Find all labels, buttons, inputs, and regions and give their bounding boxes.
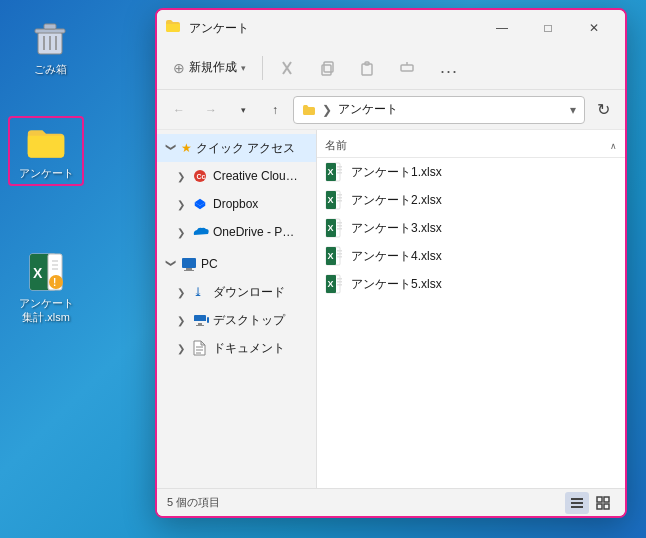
svg-rect-32: [198, 323, 202, 325]
paste-button[interactable]: [351, 52, 383, 84]
svg-rect-48: [337, 194, 342, 196]
svg-rect-21: [401, 65, 413, 71]
svg-rect-35: [207, 317, 209, 323]
dropbox-label: Dropbox: [213, 197, 258, 211]
downloads-icon: ⤓: [193, 284, 209, 300]
recycle-bin-icon[interactable]: ごみ箱: [14, 14, 86, 80]
onedrive-label: OneDrive - Person: [213, 225, 298, 239]
cut-button[interactable]: [271, 52, 303, 84]
sidebar-item-dropbox[interactable]: ❯ Dropbox: [157, 190, 316, 218]
svg-text:X: X: [328, 195, 334, 205]
excel-icon-4: X: [325, 246, 345, 266]
desktop-label-sidebar: デスクトップ: [213, 312, 285, 329]
list-view-button[interactable]: [565, 492, 589, 514]
svg-rect-29: [186, 268, 192, 270]
svg-rect-68: [337, 284, 342, 286]
desktop: ごみ箱 アンケート X !: [0, 0, 646, 538]
view-buttons: [565, 492, 615, 514]
back-button[interactable]: ←: [165, 96, 193, 124]
excel-icon-1: X: [325, 162, 345, 182]
recycle-bin-image: [30, 18, 70, 58]
svg-rect-34: [194, 321, 206, 323]
svg-rect-42: [337, 166, 342, 168]
name-column-header[interactable]: 名前: [325, 138, 610, 153]
address-input[interactable]: ❯ アンケート ▾: [293, 96, 585, 124]
svg-rect-56: [337, 228, 342, 230]
excel-icon-5: X: [325, 274, 345, 294]
sidebar-item-creative-cloud[interactable]: ❯ Cc Creative Cloud File: [157, 162, 316, 190]
db-arrow: ❯: [177, 199, 189, 210]
file-name-2: アンケート2.xlsx: [351, 192, 442, 209]
maximize-button[interactable]: □: [525, 12, 571, 44]
downloads-label: ダウンロード: [213, 284, 285, 301]
column-header: 名前 ∧: [317, 134, 625, 158]
file-item-5[interactable]: X アンケート5.xlsx: [317, 270, 625, 298]
recycle-bin-label: ごみ箱: [34, 62, 67, 76]
doc-arrow: ❯: [177, 343, 189, 354]
minimize-button[interactable]: —: [479, 12, 525, 44]
sort-arrow-icon: ∧: [610, 141, 617, 151]
svg-rect-71: [571, 506, 583, 508]
anketo-folder-icon[interactable]: アンケート: [10, 118, 82, 184]
refresh-button[interactable]: ↻: [589, 96, 617, 124]
svg-rect-28: [182, 258, 196, 268]
svg-rect-43: [337, 169, 342, 171]
svg-rect-72: [597, 497, 602, 502]
sidebar-item-quick-access[interactable]: ❯ ★ クイック アクセス: [157, 134, 316, 162]
anketo-excel-label: アンケート集計.xlsm: [14, 296, 78, 325]
file-item-4[interactable]: X アンケート4.xlsx: [317, 242, 625, 270]
window-folder-icon: [165, 19, 181, 37]
file-item-2[interactable]: X アンケート2.xlsx: [317, 186, 625, 214]
svg-rect-54: [337, 222, 342, 224]
status-count: 5 個の項目: [167, 495, 565, 510]
file-item-3[interactable]: X アンケート3.xlsx: [317, 214, 625, 242]
address-separator: ❯: [322, 103, 332, 117]
forward-button[interactable]: →: [197, 96, 225, 124]
window-title: アンケート: [189, 20, 479, 37]
onedrive-icon: [193, 224, 209, 240]
documents-icon: [193, 340, 209, 356]
excel-icon-2: X: [325, 190, 345, 210]
recent-button[interactable]: ▾: [229, 96, 257, 124]
file-name-4: アンケート4.xlsx: [351, 248, 442, 265]
svg-text:X: X: [328, 279, 334, 289]
more-button[interactable]: ...: [433, 52, 465, 84]
anketo-excel-icon[interactable]: X ! アンケート集計.xlsm: [10, 248, 82, 329]
cc-arrow: ❯: [177, 171, 189, 182]
svg-text:X: X: [328, 251, 334, 261]
rename-button[interactable]: [391, 52, 423, 84]
svg-rect-75: [604, 504, 609, 509]
svg-rect-73: [604, 497, 609, 502]
svg-rect-61: [337, 253, 342, 255]
svg-rect-49: [337, 197, 342, 199]
anketo-excel-image: X !: [26, 252, 66, 292]
sidebar-item-pc[interactable]: ❯ PC: [157, 250, 316, 278]
pc-icon: [181, 256, 197, 272]
main-content: ❯ ★ クイック アクセス ❯ Cc Creative Cloud File: [157, 130, 625, 488]
documents-label: ドキュメント: [213, 340, 285, 357]
svg-text:X: X: [328, 167, 334, 177]
copy-button[interactable]: [311, 52, 343, 84]
file-explorer-window: アンケート — □ ✕ ⊕ 新規作成 ▾: [155, 8, 627, 518]
address-path: アンケート: [338, 101, 398, 118]
sidebar-item-downloads[interactable]: ❯ ⤓ ダウンロード: [157, 278, 316, 306]
close-button[interactable]: ✕: [571, 12, 617, 44]
new-button[interactable]: ⊕ 新規作成 ▾: [165, 55, 254, 80]
sidebar-item-documents[interactable]: ❯ ドキュメント: [157, 334, 316, 362]
desktop-icon-sidebar: [193, 312, 209, 328]
svg-rect-69: [571, 498, 583, 500]
sidebar: ❯ ★ クイック アクセス ❯ Cc Creative Cloud File: [157, 130, 317, 488]
up-button[interactable]: ↑: [261, 96, 289, 124]
svg-rect-30: [184, 270, 194, 271]
svg-rect-12: [52, 268, 58, 270]
quick-access-arrow: ❯: [166, 142, 177, 154]
file-item-1[interactable]: X アンケート1.xlsx: [317, 158, 625, 186]
svg-rect-10: [52, 260, 58, 262]
excel-icon-3: X: [325, 218, 345, 238]
svg-text:!: !: [53, 277, 56, 288]
grid-view-button[interactable]: [591, 492, 615, 514]
svg-rect-67: [337, 281, 342, 283]
svg-rect-11: [52, 264, 58, 266]
sidebar-item-onedrive[interactable]: ❯ OneDrive - Person: [157, 218, 316, 246]
sidebar-item-desktop[interactable]: ❯ デスクトップ: [157, 306, 316, 334]
